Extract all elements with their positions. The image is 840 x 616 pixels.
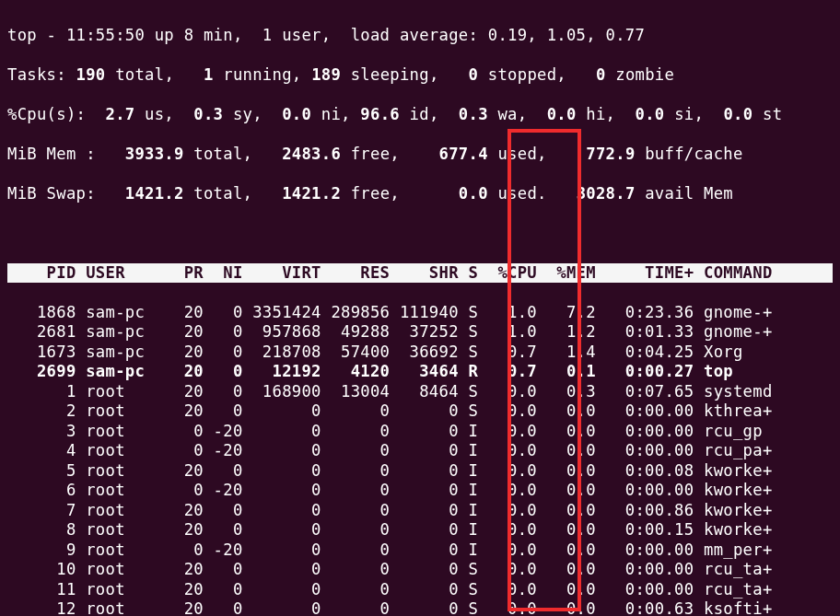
process-row[interactable]: 6 root 0 -20 0 0 0 I 0.0 0.0 0:00.00 kwo… — [7, 481, 833, 501]
process-row[interactable]: 12 root 20 0 0 0 0 S 0.0 0.0 0:00.63 kso… — [7, 599, 833, 616]
process-row[interactable]: 8 root 20 0 0 0 0 I 0.0 0.0 0:00.15 kwor… — [7, 520, 833, 540]
summary-line-mem: MiB Mem : 3933.9 total, 2483.6 free, 677… — [7, 145, 833, 165]
process-row[interactable]: 11 root 20 0 0 0 0 S 0.0 0.0 0:00.00 rcu… — [7, 580, 833, 600]
summary-line-1: top - 11:55:50 up 8 min, 1 user, load av… — [7, 26, 833, 46]
summary-line-swap: MiB Swap: 1421.2 total, 1421.2 free, 0.0… — [7, 184, 833, 204]
process-row[interactable]: 4 root 0 -20 0 0 0 I 0.0 0.0 0:00.00 rcu… — [7, 441, 833, 461]
process-row[interactable]: 2681 sam-pc 20 0 957868 49288 37252 S 1.… — [7, 322, 833, 343]
process-row[interactable]: 1868 sam-pc 20 0 3351424 289856 111940 S… — [7, 303, 833, 323]
terminal-window[interactable]: top - 11:55:50 up 8 min, 1 user, load av… — [0, 0, 840, 616]
blank-line — [7, 224, 833, 244]
process-row[interactable]: 2699 sam-pc 20 0 12192 4120 3464 R 0.7 0… — [7, 362, 833, 382]
column-header[interactable]: PID USER PR NI VIRT RES SHR S %CPU %MEM … — [7, 263, 833, 284]
process-row[interactable]: 1 root 20 0 168900 13004 8464 S 0.0 0.3 … — [7, 382, 833, 402]
process-row[interactable]: 5 root 20 0 0 0 0 I 0.0 0.0 0:00.08 kwor… — [7, 461, 833, 482]
process-row[interactable]: 10 root 20 0 0 0 0 S 0.0 0.0 0:00.00 rcu… — [7, 560, 833, 580]
process-row[interactable]: 1673 sam-pc 20 0 218708 57400 36692 S 0.… — [7, 343, 833, 363]
process-row[interactable]: 3 root 0 -20 0 0 0 I 0.0 0.0 0:00.00 rcu… — [7, 422, 833, 442]
process-row[interactable]: 9 root 0 -20 0 0 0 I 0.0 0.0 0:00.00 mm_… — [7, 540, 833, 561]
summary-line-cpu: %Cpu(s): 2.7 us, 0.3 sy, 0.0 ni, 96.6 id… — [7, 105, 833, 125]
process-row[interactable]: 2 root 20 0 0 0 0 S 0.0 0.0 0:00.00 kthr… — [7, 401, 833, 422]
process-row[interactable]: 7 root 20 0 0 0 0 I 0.0 0.0 0:00.86 kwor… — [7, 501, 833, 521]
summary-line-tasks: Tasks: 190 total, 1 running, 189 sleepin… — [7, 65, 833, 86]
